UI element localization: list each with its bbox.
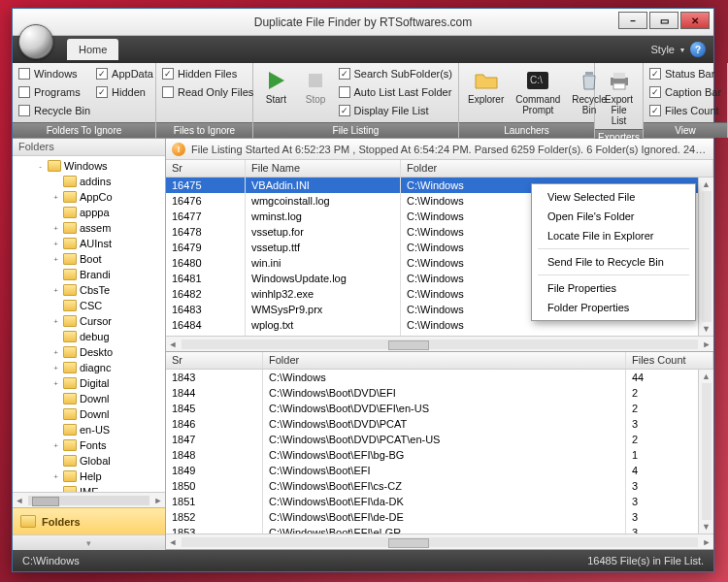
tree-expander-icon[interactable]: + [51,317,60,326]
ctx-locate-explorer[interactable]: Locate File in Explorer [534,226,693,245]
tree-expander-icon[interactable]: + [51,441,60,450]
ctx-folder-props[interactable]: Folder Properties [534,298,693,317]
help-icon[interactable]: ? [690,42,706,57]
tree-node[interactable]: +Cursor [13,313,165,329]
statusbar-count: 16485 File(s) in File List. [587,555,704,566]
table-row[interactable]: 1848C:\Windows\Boot\EFI\bg-BG1 [166,447,713,463]
chk-readonly-files[interactable]: Read Only Files [162,84,253,100]
tree-node[interactable]: Downl [13,406,165,422]
tree-expander-icon[interactable]: + [51,224,60,233]
app-orb-icon[interactable] [18,24,53,59]
grid1-vscrollbar[interactable]: ▲▼ [698,178,713,336]
tree-node[interactable]: +Digital [13,375,165,391]
col2-count[interactable]: Files Count [626,352,713,369]
svg-marker-0 [269,72,284,89]
tree-node[interactable]: +Fonts [13,437,165,453]
chk-ignore-windows[interactable]: Windows [18,66,90,81]
close-button[interactable]: ✕ [680,12,710,29]
table-row[interactable]: 1845C:\Windows\Boot\DVD\EFI\en-US2 [166,401,713,416]
tree-node[interactable]: apppa [13,205,165,220]
chk-caption-bar[interactable]: ✓Caption Bar [649,84,721,100]
tab-home[interactable]: Home [67,39,118,60]
tree-node[interactable]: CSC [13,298,165,313]
folder-icon [63,300,77,311]
tree-node[interactable]: +Boot [13,251,165,267]
folders-footer[interactable]: ▾ [13,534,165,550]
col-filename[interactable]: File Name [246,160,401,177]
tree-expander-icon[interactable]: + [51,379,60,388]
grid2-hscrollbar[interactable]: ◄► [166,534,713,549]
start-button[interactable]: Start [259,66,293,108]
table-row[interactable]: 1849C:\Windows\Boot\EFI4 [166,463,713,478]
tree-node[interactable]: -Windows [13,158,165,174]
folder-tree[interactable]: -Windowsaddins+AppCoapppa+assem+AUInst+B… [13,156,165,492]
tree-node[interactable]: +assem [13,220,165,236]
tree-expander-icon[interactable]: + [51,348,60,357]
tree-label: addins [80,176,111,187]
tree-hscrollbar[interactable]: ◄► [13,492,165,507]
ctx-send-recycle[interactable]: Send File to Recycle Bin [534,252,693,272]
explorer-button[interactable]: Explorer [465,66,507,108]
style-menu[interactable]: Style [651,44,675,55]
tree-node[interactable]: debug [13,329,165,344]
chk-files-count[interactable]: ✓Files Count [649,103,721,118]
minimize-button[interactable]: – [618,12,647,29]
chk-status-bar[interactable]: ✓Status Bar [649,66,721,81]
ctx-open-folder[interactable]: Open File's Folder [534,207,693,226]
tree-expander-icon[interactable]: + [51,255,60,264]
tree-node[interactable]: +AUInst [13,236,165,251]
tree-expander-icon[interactable]: + [51,472,60,481]
table-row[interactable]: 1851C:\Windows\Boot\EFI\da-DK3 [166,494,713,509]
stop-button[interactable]: Stop [299,66,333,108]
col-sr[interactable]: Sr [166,160,246,177]
table-row[interactable]: 1847C:\Windows\Boot\DVD\PCAT\en-US2 [166,432,713,447]
ctx-view-file[interactable]: View Selected File [534,187,693,207]
chk-ignore-appdata[interactable]: ✓AppData [96,66,153,81]
tree-node[interactable]: Global [13,453,165,469]
tree-node[interactable]: Brandi [13,267,165,282]
tree-label: en-US [80,424,110,436]
tree-label: Windows [64,160,108,172]
ctx-file-props[interactable]: File Properties [534,278,693,298]
chk-display-list[interactable]: ✓Display File List [339,103,453,118]
style-dropdown-icon[interactable]: ▾ [680,46,684,54]
table-row[interactable]: 1846C:\Windows\Boot\DVD\PCAT3 [166,416,713,432]
chk-auto-list[interactable]: Auto List Last Folder [339,84,453,100]
export-button[interactable]: Export File List [601,66,637,129]
chk-ignore-programs[interactable]: Programs [18,84,90,100]
tree-node[interactable]: Downl [13,391,165,406]
tree-node[interactable]: +Help [13,469,165,484]
chk-ignore-hidden[interactable]: ✓Hidden [96,84,153,100]
folders-accordion[interactable]: Folders [13,507,165,534]
table-row[interactable]: 1850C:\Windows\Boot\EFI\cs-CZ3 [166,478,713,494]
maximize-button[interactable]: ▭ [649,12,678,29]
tree-node[interactable]: IME [13,484,165,492]
tree-label: AUInst [80,238,112,249]
chk-hidden-files[interactable]: ✓Hidden Files [162,66,253,81]
tree-node[interactable]: +AppCo [13,189,165,205]
tree-expander-icon[interactable]: + [51,240,60,248]
table-row[interactable]: 1843C:\Windows44 [166,370,713,385]
folder-icon [63,176,77,187]
tree-expander-icon[interactable]: + [51,364,60,372]
table-row[interactable]: 1853C:\Windows\Boot\EFI\el-GR3 [166,525,713,534]
col2-sr[interactable]: Sr [166,352,263,369]
table-row[interactable]: 1852C:\Windows\Boot\EFI\de-DE3 [166,509,713,525]
chk-ignore-recycle[interactable]: Recycle Bin [18,103,90,118]
tree-expander-icon[interactable]: + [51,193,60,202]
col2-folder[interactable]: Folder [263,352,626,369]
tabstrip: Home Style ▾ ? [13,36,713,63]
tree-node[interactable]: en-US [13,422,165,437]
col-folder[interactable]: Folder [401,160,713,177]
grid2-vscrollbar[interactable]: ▲▼ [698,370,713,534]
tree-node[interactable]: +diagnc [13,360,165,375]
tree-expander-icon[interactable]: - [36,162,45,171]
chk-search-subfolders[interactable]: ✓Search SubFolder(s) [339,66,453,81]
cmd-button[interactable]: C:\ Command Prompt [513,66,563,118]
grid1-hscrollbar[interactable]: ◄► [166,336,713,351]
tree-node[interactable]: +Deskto [13,344,165,360]
tree-node[interactable]: addins [13,174,165,189]
table-row[interactable]: 1844C:\Windows\Boot\DVD\EFI2 [166,385,713,401]
tree-node[interactable]: +CbsTe [13,282,165,298]
tree-expander-icon[interactable]: + [51,286,60,295]
